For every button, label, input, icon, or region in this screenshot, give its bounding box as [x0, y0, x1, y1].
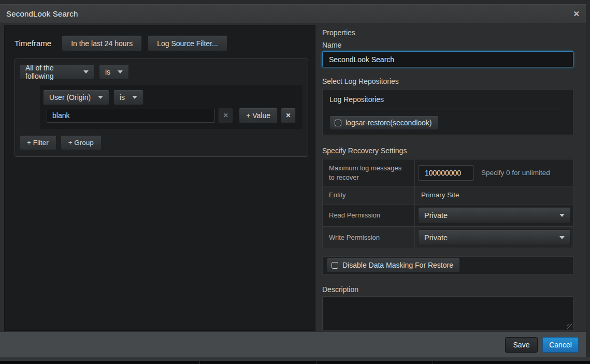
save-button[interactable]: Save [505, 337, 538, 353]
resize-handle-icon[interactable] [567, 324, 572, 329]
entity-label: Entity [323, 186, 415, 204]
select-repos-label: Select Log Repositories [322, 77, 573, 85]
group-condition-value: is [105, 68, 110, 76]
checkbox-unchecked-icon[interactable] [332, 262, 338, 269]
dialog-body: Timeframe In the last 24 hours Log Sourc… [0, 23, 586, 331]
read-permission-dropdown[interactable]: Private [418, 207, 571, 224]
write-permission-cell: Private [415, 227, 573, 249]
add-group-button[interactable]: + Group [61, 135, 102, 150]
recovery-settings-label: Specify Recovery Settings [322, 147, 573, 155]
secondlook-search-dialog: SecondLook Search ✕ Timeframe In the las… [0, 4, 586, 357]
dialog-title: SecondLook Search [6, 9, 78, 18]
chevron-down-icon [132, 96, 137, 99]
write-permission-value: Private [424, 234, 448, 242]
query-builder-panel: Timeframe In the last 24 hours Log Sourc… [4, 25, 315, 331]
description-label: Description [322, 285, 573, 294]
value-row: ✕ + Value ✕ [43, 108, 296, 123]
properties-section-label: Properties [322, 28, 573, 37]
read-permission-label: Read Permission [323, 205, 415, 226]
filter-value-input[interactable] [47, 109, 215, 123]
unlimited-hint: Specify 0 for unlimited [481, 169, 550, 177]
group-operator-row: All of the following is [19, 64, 303, 80]
add-filter-button[interactable]: + Filter [19, 135, 56, 150]
recovery-settings-table: Maximum log messages to recover Specify … [322, 159, 573, 249]
name-input[interactable] [322, 51, 573, 67]
read-permission-value: Private [424, 211, 448, 220]
entity-cell: Primary Site [415, 186, 573, 204]
group-operator-dropdown[interactable]: All of the following [19, 64, 95, 80]
write-permission-label: Write Permission [323, 227, 415, 249]
chevron-down-icon [118, 70, 123, 74]
group-condition-dropdown[interactable]: is [99, 64, 129, 80]
max-messages-label: Maximum log messages to recover [323, 159, 415, 186]
table-row: Maximum log messages to recover Specify … [323, 159, 573, 186]
field-condition-value: is [120, 93, 125, 101]
timeframe-row: Timeframe In the last 24 hours Log Sourc… [15, 35, 308, 51]
remove-value-button[interactable]: ✕ [218, 108, 233, 123]
table-row: Write Permission Private [323, 227, 573, 249]
filter-group-box: All of the following is User (Origin) [15, 59, 308, 157]
timeframe-label: Timeframe [15, 39, 51, 48]
divider [329, 109, 566, 109]
chevron-down-icon [559, 214, 565, 217]
repository-checkbox-button[interactable]: logsar-restore(secondlook) [329, 115, 439, 130]
repository-label: logsar-restore(secondlook) [346, 119, 432, 127]
write-permission-dropdown[interactable]: Private [418, 229, 571, 246]
filter-row-box: User (Origin) is ✕ + Value [40, 85, 303, 129]
timeframe-button[interactable]: In the last 24 hours [62, 35, 142, 51]
description-textarea[interactable] [322, 296, 573, 330]
disable-masking-label: Disable Data Masking For Restore [342, 261, 453, 269]
cancel-button[interactable]: Cancel [542, 337, 579, 353]
max-messages-cell: Specify 0 for unlimited [415, 159, 573, 186]
table-row: Read Permission Private [323, 205, 573, 227]
add-buttons-row: + Filter + Group [19, 135, 303, 150]
divider [316, 361, 316, 364]
table-row: Entity Primary Site [323, 186, 573, 205]
group-operator-value: All of the following [25, 64, 77, 80]
description-wrapper [322, 296, 573, 330]
divider [433, 361, 433, 364]
name-label: Name [322, 41, 573, 49]
log-repositories-panel: Log Repositories logsar-restore(secondlo… [322, 89, 573, 135]
close-icon[interactable]: ✕ [573, 10, 580, 18]
dialog-titlebar: SecondLook Search ✕ [0, 5, 586, 23]
entity-value: Primary Site [418, 191, 459, 199]
background-table-strip [0, 361, 590, 364]
log-repositories-header: Log Repositories [329, 95, 566, 104]
properties-panel: Properties Name Select Log Repositories … [322, 25, 578, 331]
log-source-filter-button[interactable]: Log Source Filter... [148, 35, 227, 51]
field-condition-dropdown[interactable]: is [113, 90, 143, 105]
field-value: User (Origin) [49, 93, 91, 101]
chevron-down-icon [559, 236, 565, 239]
remove-filter-button[interactable]: ✕ [281, 108, 296, 123]
divider [539, 361, 539, 364]
dialog-footer: Save Cancel [0, 331, 586, 357]
chevron-down-icon [98, 96, 103, 99]
disable-masking-checkbox-button[interactable]: Disable Data Masking For Restore [326, 258, 460, 272]
data-masking-panel: Disable Data Masking For Restore [322, 256, 573, 274]
field-dropdown[interactable]: User (Origin) [43, 90, 109, 105]
divider [199, 361, 200, 364]
max-messages-input[interactable] [418, 165, 474, 181]
read-permission-cell: Private [415, 205, 573, 226]
screen: SecondLook Search ✕ Timeframe In the las… [0, 0, 590, 364]
backdrop-band [0, 357, 590, 361]
add-value-button[interactable]: + Value [239, 108, 278, 123]
checkbox-unchecked-icon[interactable] [335, 120, 341, 126]
field-row: User (Origin) is [43, 90, 296, 105]
chevron-down-icon [83, 70, 89, 74]
